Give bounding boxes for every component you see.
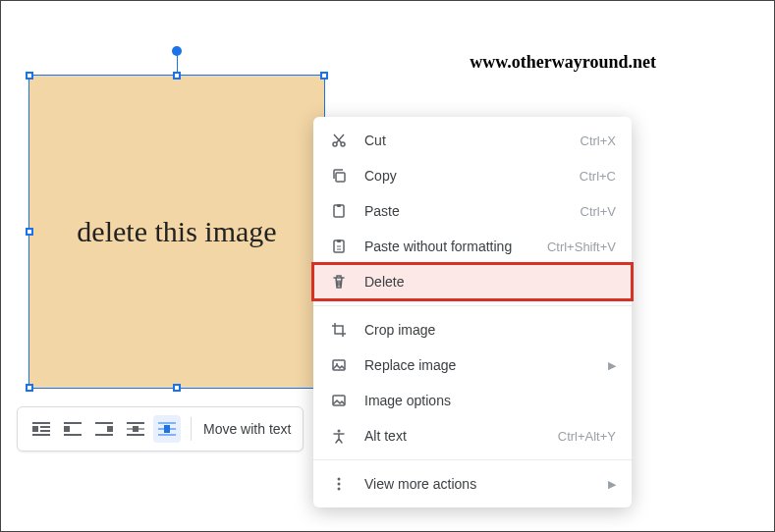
menu-shortcut: Ctrl+V	[581, 204, 616, 219]
menu-shortcut: Ctrl+Alt+Y	[558, 429, 616, 444]
wrap-break-right-button[interactable]	[90, 415, 118, 443]
resize-handle-nw[interactable]	[26, 72, 33, 80]
menu-label: Crop image	[364, 322, 616, 338]
image-caption: delete this image	[77, 215, 276, 248]
wrap-inline-button[interactable]	[28, 415, 55, 443]
svg-rect-8	[95, 422, 113, 424]
copy-icon	[329, 166, 349, 186]
menu-item-replace-image[interactable]: Replace image ▶	[313, 347, 632, 383]
svg-rect-13	[127, 428, 144, 430]
paste-icon	[329, 201, 349, 221]
svg-rect-25	[337, 239, 341, 242]
context-menu: Cut Ctrl+X Copy Ctrl+C Paste Ctrl+V Past…	[313, 117, 632, 507]
submenu-arrow-icon: ▶	[600, 478, 616, 491]
svg-rect-3	[40, 430, 50, 432]
accessibility-icon	[329, 426, 349, 446]
selected-image[interactable]: delete this image	[28, 75, 325, 389]
menu-item-paste[interactable]: Paste Ctrl+V	[313, 193, 632, 229]
paste-plain-icon	[329, 237, 349, 256]
resize-handle-n[interactable]	[173, 72, 181, 80]
menu-item-image-options[interactable]: Image options	[313, 383, 632, 418]
wrap-break-left-button[interactable]	[59, 415, 86, 443]
menu-label: Cut	[364, 133, 581, 148]
menu-label: Delete	[364, 274, 616, 290]
svg-rect-26	[333, 360, 345, 370]
resize-handle-ne[interactable]	[320, 72, 328, 80]
menu-item-crop-image[interactable]: Crop image	[313, 312, 632, 347]
image-options-icon	[329, 391, 349, 410]
svg-point-19	[333, 142, 337, 146]
svg-rect-2	[40, 426, 50, 428]
svg-point-20	[341, 142, 345, 146]
svg-rect-21	[336, 173, 345, 182]
svg-point-31	[338, 483, 341, 486]
crop-icon	[329, 320, 349, 340]
svg-rect-7	[64, 434, 82, 436]
svg-rect-4	[32, 434, 50, 436]
svg-point-29	[338, 430, 341, 433]
menu-item-paste-without-formatting[interactable]: Paste without formatting Ctrl+Shift+V	[313, 229, 632, 264]
wrap-break-right-icon	[95, 422, 113, 436]
wrap-front-button[interactable]	[153, 415, 181, 443]
svg-rect-9	[107, 426, 113, 432]
wrap-behind-button[interactable]	[122, 415, 149, 443]
svg-rect-28	[333, 396, 345, 405]
watermark-text: www.otherwayround.net	[470, 52, 656, 73]
svg-point-30	[338, 478, 341, 481]
rotation-line	[177, 54, 178, 72]
svg-rect-10	[95, 434, 113, 436]
resize-handle-s[interactable]	[173, 384, 181, 392]
menu-item-view-more-actions[interactable]: View more actions ▶	[313, 466, 632, 502]
image-toolbar: Move with text	[17, 406, 304, 452]
svg-rect-15	[158, 422, 176, 424]
menu-item-cut[interactable]: Cut Ctrl+X	[313, 123, 632, 158]
svg-rect-6	[64, 426, 70, 432]
wrap-front-icon	[158, 422, 176, 436]
svg-point-32	[338, 488, 341, 491]
svg-rect-1	[32, 426, 38, 432]
menu-label: Image options	[364, 393, 616, 408]
svg-rect-0	[32, 422, 50, 424]
menu-label: Paste without formatting	[364, 239, 547, 254]
menu-label: Replace image	[364, 357, 600, 373]
wrap-behind-icon	[127, 422, 144, 436]
image-icon	[329, 355, 349, 375]
svg-rect-5	[64, 422, 82, 424]
menu-label: Alt text	[364, 428, 558, 444]
menu-item-copy[interactable]: Copy Ctrl+C	[313, 158, 632, 193]
menu-item-alt-text[interactable]: Alt text Ctrl+Alt+Y	[313, 418, 632, 453]
menu-shortcut: Ctrl+X	[581, 133, 616, 148]
move-with-text-label[interactable]: Move with text	[199, 421, 295, 437]
menu-label: View more actions	[364, 476, 600, 492]
svg-rect-11	[127, 422, 144, 424]
menu-separator	[313, 459, 632, 460]
menu-label: Copy	[364, 168, 580, 184]
menu-shortcut: Ctrl+Shift+V	[547, 239, 616, 254]
trash-icon	[329, 272, 349, 292]
submenu-arrow-icon: ▶	[600, 359, 616, 372]
cut-icon	[329, 131, 349, 150]
toolbar-separator	[191, 417, 192, 441]
more-vertical-icon	[329, 474, 349, 494]
resize-handle-sw[interactable]	[26, 384, 33, 392]
svg-rect-18	[164, 425, 170, 433]
menu-item-delete[interactable]: Delete	[313, 264, 632, 299]
wrap-break-left-icon	[64, 422, 82, 436]
wrap-inline-icon	[32, 422, 50, 436]
menu-separator	[313, 305, 632, 306]
svg-rect-14	[127, 434, 144, 436]
menu-shortcut: Ctrl+C	[580, 169, 616, 184]
resize-handle-w[interactable]	[26, 228, 33, 236]
svg-rect-23	[337, 204, 341, 207]
menu-label: Paste	[364, 203, 581, 219]
svg-rect-17	[158, 434, 176, 436]
rotation-handle[interactable]	[172, 46, 182, 56]
